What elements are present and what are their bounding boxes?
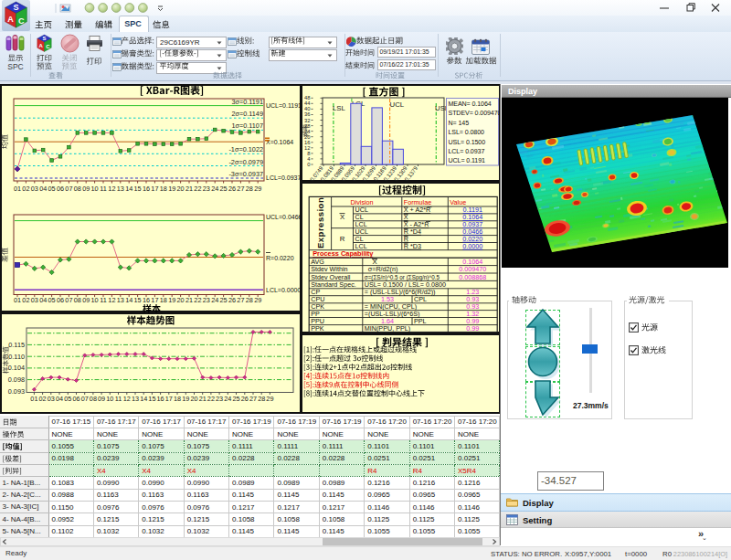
svg-text:24: 24 (211, 296, 218, 304)
svg-text:36: 36 (304, 111, 310, 117)
svg-text:UCL= 0.1191: UCL= 0.1191 (449, 157, 486, 164)
svg-text:05: 05 (48, 296, 56, 304)
svg-text:26: 26 (228, 185, 236, 193)
svg-text:PPK: PPK (311, 324, 324, 333)
svg-text:12: 12 (108, 185, 115, 193)
svg-text:25: 25 (220, 185, 228, 193)
svg-text:LCL=0.0937: LCL=0.0937 (266, 174, 301, 181)
svg-text:8: 8 (307, 151, 310, 156)
svg-text:12: 12 (108, 296, 115, 304)
svg-text:21: 21 (185, 296, 193, 304)
svg-text:R=0.0220: R=0.0220 (266, 255, 294, 261)
svg-text:14: 14 (125, 185, 132, 193)
svg-text:06: 06 (57, 185, 64, 193)
svg-text:40: 40 (304, 106, 310, 111)
svg-text:03: 03 (48, 395, 55, 403)
svg-text:15: 15 (134, 185, 142, 193)
svg-text:15: 15 (134, 296, 142, 304)
svg-text:19: 19 (168, 296, 175, 304)
svg-text:UCL=0.0466: UCL=0.0466 (266, 214, 302, 220)
svg-text:10: 10 (91, 296, 99, 304)
svg-text:08: 08 (74, 185, 81, 193)
svg-text:0.093: 0.093 (8, 387, 25, 396)
svg-text:10: 10 (91, 185, 99, 193)
svg-text:16: 16 (157, 395, 164, 403)
svg-text:X=0.1064: X=0.1064 (266, 139, 293, 145)
svg-text:20: 20 (177, 296, 185, 304)
svg-text:27: 27 (237, 296, 244, 304)
svg-text:0.99: 0.99 (466, 324, 479, 333)
svg-text:44: 44 (304, 100, 311, 106)
svg-text:24: 24 (224, 395, 231, 403)
svg-text:29: 29 (254, 296, 261, 304)
svg-text:03: 03 (31, 185, 38, 193)
svg-text:USL= 0.1500: USL= 0.1500 (449, 139, 486, 146)
svg-text:17: 17 (151, 296, 158, 304)
svg-text:MIN(PPU, PPL): MIN(PPU, PPL) (365, 324, 410, 333)
svg-text:15: 15 (148, 395, 155, 403)
svg-text:-1σ=0.1022: -1σ=0.1022 (228, 145, 263, 153)
svg-text:0.110: 0.110 (8, 353, 25, 361)
svg-text:0.098: 0.098 (8, 375, 25, 384)
svg-text:11: 11 (100, 296, 107, 304)
svg-text:-2σ=0.0979: -2σ=0.0979 (228, 158, 263, 166)
svg-text:26: 26 (241, 395, 249, 403)
svg-text:24: 24 (304, 129, 311, 134)
svg-text:12: 12 (123, 395, 131, 403)
svg-text:28: 28 (304, 123, 310, 129)
svg-text:23: 23 (216, 395, 223, 403)
svg-text:08: 08 (74, 296, 81, 304)
svg-text:01: 01 (30, 395, 37, 403)
svg-text:29: 29 (266, 395, 273, 403)
svg-text:0.115: 0.115 (8, 341, 25, 349)
svg-text:32: 32 (304, 118, 310, 123)
svg-text:02: 02 (39, 395, 47, 403)
svg-text:UCL=0.1191: UCL=0.1191 (266, 102, 302, 109)
svg-text:14: 14 (125, 296, 132, 304)
svg-text:25: 25 (220, 296, 228, 304)
svg-text:Value: Value (450, 198, 466, 206)
svg-text:27: 27 (237, 185, 244, 193)
svg-text:02: 02 (22, 185, 29, 193)
svg-text:-3σ=0.0937: -3σ=0.0937 (228, 170, 263, 178)
svg-text:24: 24 (211, 185, 218, 193)
svg-text:22: 22 (194, 296, 201, 304)
svg-text:LCL= 0.0937: LCL= 0.0937 (449, 148, 485, 155)
svg-text:MEAN= 0.1064: MEAN= 0.1064 (449, 100, 492, 108)
svg-text:18: 18 (160, 185, 167, 193)
svg-text:05: 05 (64, 395, 71, 403)
svg-text:06: 06 (57, 296, 64, 304)
svg-text:0.104: 0.104 (8, 364, 25, 372)
svg-text:Expression: Expression (315, 197, 325, 248)
svg-text:18: 18 (174, 395, 181, 403)
svg-text:2σ=0.1149: 2σ=0.1149 (231, 110, 263, 118)
svg-text:19: 19 (168, 185, 175, 193)
svg-text:18: 18 (160, 296, 167, 304)
svg-text:27: 27 (249, 395, 257, 403)
svg-text:20: 20 (190, 395, 197, 403)
svg-text:01: 01 (14, 296, 21, 304)
svg-text:22: 22 (194, 185, 201, 193)
svg-text:STDEV= 0.009470: STDEV= 0.009470 (449, 110, 501, 117)
svg-text:26: 26 (228, 296, 236, 304)
svg-text:16: 16 (143, 185, 150, 193)
svg-text:08: 08 (90, 395, 97, 403)
svg-text:29: 29 (254, 185, 261, 193)
svg-text:Division: Division (350, 198, 373, 206)
svg-text:23: 23 (203, 185, 210, 193)
svg-text:X: X (340, 213, 345, 221)
svg-text:LSL= 0.0800: LSL= 0.0800 (449, 129, 484, 136)
svg-text:21: 21 (185, 185, 193, 193)
svg-text:07: 07 (65, 296, 72, 304)
svg-text:12: 12 (304, 145, 310, 151)
svg-text:PPL: PPL (414, 317, 427, 325)
svg-text:04: 04 (39, 296, 47, 304)
svg-text:N= 145: N= 145 (449, 120, 470, 127)
svg-text:LCL=0.0000: LCL=0.0000 (266, 287, 301, 293)
svg-text:20: 20 (304, 134, 310, 140)
svg-text:0: 0 (307, 162, 310, 167)
svg-text:14: 14 (140, 395, 147, 403)
svg-text:10: 10 (106, 395, 113, 403)
svg-text:3σ=0.1191: 3σ=0.1191 (231, 98, 263, 106)
svg-text:LSL: LSL (333, 104, 346, 112)
